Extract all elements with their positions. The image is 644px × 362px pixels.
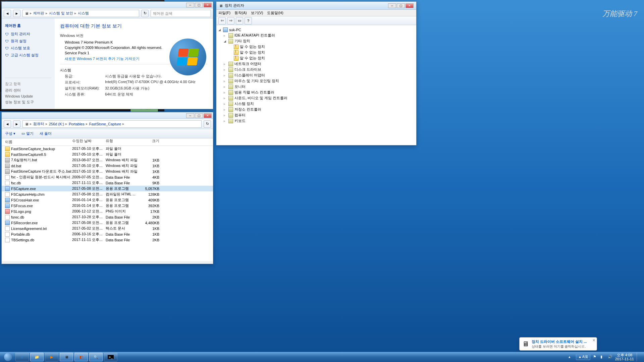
crumb[interactable]: 256d (K:) <box>49 122 64 126</box>
tree-category[interactable]: ▹사운드, 비디오 및 게임 컨트롤러 <box>218 95 414 101</box>
file-row[interactable]: dd.bat2017-05-10 오후...Windows 배치 파일1KB <box>2 163 213 169</box>
open-button[interactable]: ▭열기 <box>21 131 34 136</box>
sidebar-link-protection[interactable]: 🛡시스템 보호 <box>5 46 51 51</box>
file-row[interactable]: FastStoneCapture_backup2017-05-10 오후...파… <box>2 146 213 152</box>
menu-view[interactable]: 보기(V) <box>251 10 263 15</box>
notification-balloon[interactable]: 🖥 장치 드라이버 소프트웨어 설치 ... 상태를 보려면 여기를 클릭하십시… <box>519 337 597 351</box>
maximize-button[interactable]: ▢ <box>195 3 203 7</box>
file-row[interactable]: FSCrossHair.exe2016-01-14 오후...응용 프로그램40… <box>2 197 213 203</box>
maximize-button[interactable]: ▢ <box>397 3 405 8</box>
search-input[interactable] <box>151 10 211 17</box>
minimize-button[interactable]: ─ <box>388 3 396 8</box>
menu-help[interactable]: 도움말(H) <box>267 10 283 15</box>
file-row[interactable]: TBSettings.db2017-11-11 오후...Data Base F… <box>2 237 213 243</box>
file-row[interactable]: FSCaptureHelp.chm2017-05-08 오전...컴파일된 HT… <box>2 191 213 197</box>
tree-category[interactable]: ▹시스템 장치 <box>218 101 414 107</box>
rating-link[interactable]: 시스템 등급을 사용할 수 없습니다. <box>105 74 162 79</box>
sidebar-sub[interactable]: 관리 센터 <box>5 88 51 93</box>
taskbar-control-panel[interactable]: 🖥 <box>60 353 73 361</box>
close-icon[interactable]: ✕ <box>592 338 595 343</box>
tree-category[interactable]: ▹디스플레이 어댑터 <box>218 72 414 78</box>
crumb[interactable]: FastStone_Capture <box>89 122 121 126</box>
menu-file[interactable]: 파일(F) <box>218 10 230 15</box>
sidebar-link-remote[interactable]: 🛡원격 설정 <box>5 39 51 44</box>
sidebar-link-device-manager[interactable]: 🛡장치 관리자 <box>5 32 51 37</box>
file-row[interactable]: FSCapture.exe2017-05-08 오전...응용 프로그램5,05… <box>2 186 213 191</box>
tree-device[interactable]: 알 수 없는 장치 <box>218 55 414 61</box>
volume-icon[interactable]: 🔊 <box>608 355 612 359</box>
tree-category[interactable]: ◢기타 장치 <box>218 38 414 44</box>
file-list[interactable]: FastStoneCapture_backup2017-05-10 오후...파… <box>2 146 213 261</box>
taskbar-fscapture[interactable]: 🔍 <box>89 353 103 361</box>
tree-category[interactable]: ▹저장소 컨트롤러 <box>218 107 414 112</box>
file-row[interactable]: fsc - 인증파일 원본-반드시 복사해서 포...2009-07-05 오전… <box>2 174 213 180</box>
tree-category[interactable]: ▹범용 직렬 버스 컨트롤러 <box>218 89 414 95</box>
file-row[interactable]: fsrec.db2017-10-28 오후...Data Base File2K… <box>2 214 213 220</box>
menu-action[interactable]: 동작(A) <box>234 10 247 15</box>
tree-category[interactable]: ▹키보드 <box>218 118 414 124</box>
crumb[interactable]: 시스템 <box>78 11 89 16</box>
close-button[interactable]: ✕ <box>204 3 212 7</box>
tree-category[interactable]: ▹네트워크 어댑터 <box>218 61 414 67</box>
col-type[interactable]: 유형 <box>106 138 139 145</box>
refresh-button[interactable]: ↻ <box>204 120 211 128</box>
clock[interactable]: 오후 4:08 2017-11-11 <box>615 353 634 361</box>
file-row[interactable]: FastStoneCapture 다운로드 주소.bat2017-05-10 오… <box>2 169 213 174</box>
file-row[interactable]: 7.6실행하기.bat2013-08-07 오전...Windows 배치 파일… <box>2 157 213 163</box>
forward-button[interactable]: ► <box>13 120 20 128</box>
col-name[interactable]: 이름 <box>5 138 72 145</box>
taskbar-ie[interactable]: e <box>15 353 29 361</box>
sidebar-link-advanced[interactable]: 🛡고급 시스템 설정 <box>5 53 51 58</box>
maximize-button[interactable]: ▢ <box>195 113 203 118</box>
show-desktop-button[interactable] <box>637 353 639 361</box>
minimize-button[interactable]: ─ <box>186 3 194 7</box>
network-icon[interactable]: ▮ <box>600 355 605 359</box>
tree-device[interactable]: 알 수 없는 장치 <box>218 44 414 50</box>
tree-category[interactable]: ▹디스크 드라이브 <box>218 67 414 72</box>
forward-button[interactable]: ⇨ <box>227 17 234 24</box>
new-folder-button[interactable]: 새 폴더 <box>40 131 52 136</box>
file-row[interactable]: Portable.db2006-10-16 오후...Data Base Fil… <box>2 231 213 237</box>
breadcrumb-bar[interactable]: 🖥 ▸ 제어판 ▸ 시스템 및 보안 ▸ 시스템 <box>22 10 139 17</box>
file-row[interactable]: FSRecorder.exe2017-05-08 오전...응용 프로그램4,4… <box>2 220 213 226</box>
tree-device[interactable]: 알 수 없는 장치 <box>218 50 414 55</box>
crumb[interactable]: 제어판 <box>33 11 44 16</box>
tree-category[interactable]: ▹IDE ATA/ATAPI 컨트롤러 <box>218 33 414 38</box>
taskbar-explorer[interactable]: 📁 <box>30 353 44 361</box>
start-button[interactable] <box>2 353 14 361</box>
organize-button[interactable]: 구성 ▾ <box>5 131 15 136</box>
properties-button[interactable]: ▭ <box>236 17 243 24</box>
file-row[interactable]: LicenseAgreement.txt2017-05-02 오전...텍스트 … <box>2 226 213 231</box>
file-row[interactable]: FastStoneCapture8.52017-05-10 오후...파일 폴더 <box>2 152 213 157</box>
file-row[interactable]: FSFocus.exe2016-01-14 오후...응용 프로그램392KB <box>2 203 213 208</box>
sidebar-sub[interactable]: 성능 정보 및 도구 <box>5 100 51 105</box>
help-button[interactable]: ? <box>245 17 252 24</box>
tree-category[interactable]: ▹컴퓨터 <box>218 112 414 118</box>
taskbar-driver-tool[interactable]: ◧ <box>74 353 88 361</box>
col-date[interactable]: 수정한 날짜 <box>72 138 106 145</box>
action-center-icon[interactable]: ⚑ <box>593 355 598 359</box>
sidebar-home[interactable]: 제어판 홈 <box>5 23 51 28</box>
forward-button[interactable]: ► <box>13 10 20 17</box>
language-indicator[interactable]: ▲ A漢 <box>576 354 590 360</box>
close-button[interactable]: ✕ <box>406 3 414 8</box>
crumb[interactable]: 컴퓨터 <box>33 121 44 126</box>
refresh-button[interactable]: ↻ <box>141 10 149 17</box>
crumb[interactable]: Portables <box>69 122 84 126</box>
device-tree[interactable]: ◢suk-PC ▹IDE ATA/ATAPI 컨트롤러◢기타 장치알 수 없는 … <box>216 25 416 145</box>
sidebar-sub[interactable]: Windows Update <box>5 94 51 98</box>
col-size[interactable]: 크기 <box>139 138 159 145</box>
tree-root[interactable]: ◢suk-PC <box>218 27 414 33</box>
tree-category[interactable]: ▹마우스 및 기타 포인팅 장치 <box>218 78 414 84</box>
tree-category[interactable]: ▹모니터 <box>218 84 414 89</box>
minimize-button[interactable]: ─ <box>186 113 194 118</box>
file-row[interactable]: FSLogo.png2006-12-12 오전...PNG 이미지17KB <box>2 208 213 214</box>
back-button[interactable]: ⇦ <box>218 17 226 24</box>
tray-expand-icon[interactable]: ▴ <box>569 355 573 359</box>
file-row[interactable]: fsc.db2017-11-11 오후...Data Base File9KB <box>2 180 213 186</box>
back-button[interactable]: ◄ <box>4 120 11 128</box>
crumb[interactable]: 시스템 및 보안 <box>49 11 73 16</box>
taskbar-media[interactable]: ▶ <box>45 353 58 361</box>
taskbar-terminal[interactable]: >_ <box>104 353 117 361</box>
breadcrumb-bar[interactable]: 🖥▸ 컴퓨터▸ 256d (K:)▸ Portables▸ FastStone_… <box>22 120 202 128</box>
